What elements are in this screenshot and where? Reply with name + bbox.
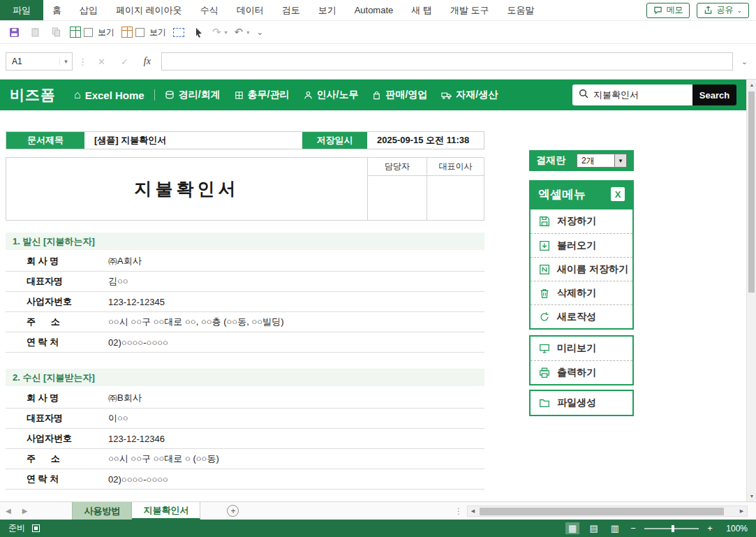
horizontal-scrollbar-thumb[interactable] [480, 508, 724, 515]
save-icon[interactable] [7, 25, 21, 39]
field-row: 회 사 명 ㈜A회사 [6, 251, 484, 272]
scroll-down-icon[interactable]: ▼ [747, 491, 756, 501]
search-icon [579, 89, 588, 101]
paste-icon[interactable] [28, 25, 42, 39]
scroll-up-icon[interactable]: ▲ [747, 80, 756, 90]
ribbon-tab-insert[interactable]: 삽입 [71, 0, 107, 20]
ribbon-tab-review[interactable]: 검토 [273, 0, 309, 20]
search-input[interactable]: 지불확인서 [572, 84, 692, 105]
name-box[interactable]: A1 ▾ [6, 52, 73, 71]
bizforms-logo[interactable]: 비즈폼 [10, 85, 56, 105]
normal-view-icon[interactable]: ▦ [565, 522, 579, 534]
name-box-dropdown-icon[interactable]: ▾ [59, 58, 72, 65]
cancel-entry-icon[interactable]: ✕ [93, 57, 110, 67]
ribbon-tab-page-layout[interactable]: 페이지 레이아웃 [107, 0, 191, 20]
zoom-in-icon[interactable]: + [706, 523, 714, 534]
zoom-slider[interactable] [644, 528, 699, 529]
toolbar-overflow-icon[interactable]: ⌄ [256, 27, 263, 37]
selection-area-icon[interactable] [173, 28, 184, 37]
field-value: ○○시 ○○구 ○○대로 ○○, ○○층 (○○동, ○○빌딩) [108, 316, 283, 328]
page-layout-view-icon[interactable]: ▤ [586, 522, 600, 534]
field-label: 대표자명 [6, 275, 108, 288]
insert-function-icon[interactable]: fx [139, 56, 156, 67]
search-input-value: 지불확인서 [593, 89, 639, 101]
ribbon-tab-home[interactable]: 홈 [43, 0, 71, 20]
redo-icon[interactable]: ↷ [212, 26, 221, 38]
nav-item-excel-home[interactable]: ⌂ Excel Home [74, 89, 144, 101]
copy-icon[interactable] [49, 25, 63, 39]
zoom-slider-thumb[interactable] [672, 525, 674, 532]
ribbon-tab-formulas[interactable]: 수식 [191, 0, 228, 20]
worksheet-content: 문서제목 [샘플] 지불확인서 저장일시 2025-09-15 오전 11:38… [0, 110, 746, 501]
scroll-left-icon[interactable]: ◀ [468, 508, 478, 514]
sheet-nav-left-icon[interactable]: ◀ [0, 507, 17, 515]
zoom-out-icon[interactable]: − [629, 523, 637, 534]
nav-item-sales[interactable]: 판매/영업 [372, 89, 427, 101]
view-checkbox-1[interactable] [84, 28, 93, 37]
field-label: 대표자명 [6, 412, 108, 425]
document-header-strip: 문서제목 [샘플] 지불확인서 저장일시 2025-09-15 오전 11:38 [6, 131, 484, 149]
status-bar: 준비 ▦ ▤ ▥ − + 100% [0, 520, 756, 537]
sheet-tab-usage[interactable]: 사용방법 [72, 502, 132, 520]
nav-item-accounting[interactable]: 경리/회계 [165, 89, 221, 101]
sheet-nav-right-icon[interactable]: ▶ [17, 507, 34, 515]
ribbon-tab-view[interactable]: 보기 [309, 0, 346, 20]
ribbon-tab-file[interactable]: 파일 [0, 0, 43, 20]
menu-item-save[interactable]: 저장하기 [531, 209, 632, 233]
share-button[interactable]: 공유 ⌄ [697, 3, 749, 18]
orange-table-icon[interactable] [121, 27, 133, 38]
name-box-value: A1 [6, 57, 59, 66]
menu-item-create-file[interactable]: 파일생성 [531, 391, 632, 415]
ribbon-tab-data[interactable]: 데이터 [228, 0, 273, 20]
nav-item-label: 인사/노무 [317, 89, 359, 101]
horizontal-split-handle[interactable]: ⋮ [450, 506, 467, 516]
menu-item-new[interactable]: 새로작성 [531, 304, 632, 328]
approval-count-dropdown[interactable]: 2개 ▼ [577, 154, 627, 168]
approval-line-label: 결재란 [536, 154, 577, 167]
undo-icon[interactable]: ↶ [235, 26, 244, 38]
field-label: 연 락 처 [6, 336, 108, 348]
nav-item-label: 총무/관리 [248, 89, 290, 101]
share-dropdown-icon[interactable]: ⌄ [736, 7, 742, 14]
green-table-icon[interactable] [70, 27, 81, 38]
combo-arrow-icon[interactable]: ▼ [614, 154, 626, 167]
approval-sign-cell [367, 176, 427, 220]
confirm-entry-icon[interactable]: ✓ [116, 57, 133, 67]
pointer-icon[interactable] [191, 25, 205, 39]
nav-item-materials[interactable]: 자재/생산 [441, 89, 498, 101]
ribbon-tab-automate[interactable]: Automate [346, 0, 403, 20]
view-toggle-2-label: 보기 [149, 27, 166, 38]
redo-dropdown-icon[interactable]: ▾ [225, 29, 228, 36]
ribbon-tab-help[interactable]: 도움말 [498, 0, 544, 20]
comments-button[interactable]: 메모 [646, 3, 690, 18]
menu-item-save-as[interactable]: 새이름 저장하기 [531, 257, 632, 281]
menu-item-delete[interactable]: 삭제하기 [531, 281, 632, 304]
excel-icon: X [611, 187, 625, 201]
sheet-tab-payment-confirmation[interactable]: 지불확인서 [132, 502, 200, 520]
sheet-tab-bar: ◀ ▶ 사용방법 지불확인서 + ⋮ ◀ ▶ [0, 501, 756, 520]
truck-icon [441, 91, 452, 100]
undo-dropdown-icon[interactable]: ▾ [246, 29, 249, 36]
formula-input[interactable] [161, 52, 733, 71]
formula-bar-handle[interactable]: ⋮ [78, 57, 87, 67]
vertical-scrollbar-thumb[interactable] [748, 91, 755, 293]
horizontal-scrollbar[interactable]: ◀ ▶ [467, 506, 748, 517]
macro-record-icon[interactable] [32, 524, 40, 532]
formula-bar-expand-icon[interactable]: ⌄ [739, 57, 750, 66]
scroll-right-icon[interactable]: ▶ [736, 508, 747, 514]
nav-item-admin[interactable]: 총무/관리 [235, 89, 290, 101]
menu-item-print[interactable]: 출력하기 [531, 360, 632, 384]
menu-item-load[interactable]: 불러오기 [531, 233, 632, 257]
menu-item-preview[interactable]: 미리보기 [531, 337, 632, 360]
nav-item-hr[interactable]: 인사/노무 [304, 89, 359, 101]
page-break-view-icon[interactable]: ▥ [608, 522, 622, 534]
zoom-level[interactable]: 100% [721, 524, 748, 534]
vertical-scrollbar[interactable]: ▲ ▼ [746, 80, 756, 501]
ribbon-tab-developer[interactable]: 개발 도구 [441, 0, 498, 20]
add-sheet-button[interactable]: + [227, 505, 239, 517]
load-icon [538, 240, 551, 252]
ribbon-tab-new-tab[interactable]: 새 탭 [402, 0, 441, 20]
site-navbar: 비즈폼 ⌂ Excel Home 경리/회계 총무/관리 인사/노무 판매/영업… [0, 80, 746, 110]
view-checkbox-2[interactable] [135, 28, 144, 37]
search-button[interactable]: Search [692, 84, 736, 105]
